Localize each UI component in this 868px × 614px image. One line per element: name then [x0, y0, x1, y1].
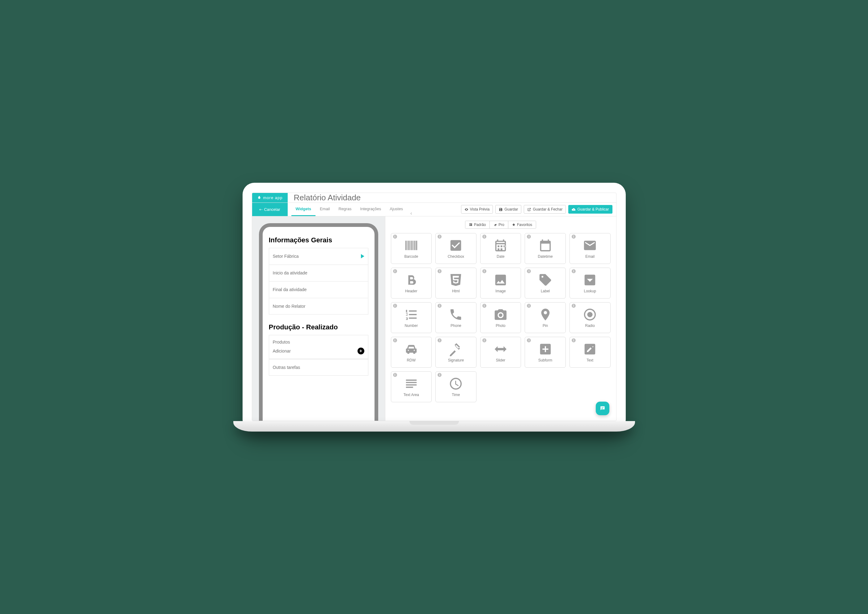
html5-icon: [449, 273, 463, 287]
info-icon[interactable]: i: [437, 304, 442, 308]
info-icon[interactable]: i: [572, 235, 576, 239]
widget-signature[interactable]: i Signature: [436, 337, 476, 367]
export-icon: [527, 208, 531, 211]
widget-label-label: Label: [541, 289, 550, 293]
plus-circle-icon[interactable]: +: [358, 347, 364, 354]
widget-number-label: Number: [404, 324, 418, 328]
tag-icon: [538, 273, 552, 287]
topbar: more app Relatório Atividade: [252, 193, 616, 203]
tab-widgets[interactable]: Widgets: [291, 203, 316, 216]
widget-radio[interactable]: i Radio: [569, 302, 611, 333]
content-area: Informações Gerais Setor Fábrica Inicio …: [252, 216, 616, 421]
save-close-button[interactable]: Guardar & Fechar: [524, 205, 566, 214]
info-icon[interactable]: i: [527, 235, 531, 239]
chat-fab[interactable]: [596, 402, 609, 415]
field-final[interactable]: Final da atividade: [269, 281, 368, 298]
info-icon[interactable]: i: [572, 269, 576, 273]
info-icon[interactable]: i: [527, 269, 531, 273]
info-icon[interactable]: i: [393, 235, 397, 239]
tab-ajustes[interactable]: Ajustes: [385, 203, 407, 216]
widget-pin[interactable]: i Pin: [525, 302, 566, 333]
field-final-label: Final da atividade: [273, 287, 307, 292]
widget-subform[interactable]: i Subform: [525, 337, 566, 367]
widget-date[interactable]: i Date: [480, 233, 521, 264]
widget-datetime[interactable]: i Datetime: [525, 233, 566, 264]
widget-phone[interactable]: i Phone: [436, 302, 476, 333]
info-icon[interactable]: i: [482, 304, 486, 308]
tab-bar: Widgets Email Regras Integrações Ajustes…: [288, 203, 419, 216]
info-icon[interactable]: i: [437, 338, 442, 342]
brand-logo: more app: [252, 193, 288, 203]
tab-widgets-label: Widgets: [296, 206, 311, 211]
field-nome-relator[interactable]: Nome do Relator: [269, 298, 368, 315]
info-icon[interactable]: i: [393, 373, 397, 377]
widget-html[interactable]: i Html: [436, 268, 476, 299]
info-icon[interactable]: i: [393, 338, 397, 342]
filter-padrao[interactable]: Padrão: [465, 221, 490, 228]
save-button[interactable]: Guardar: [495, 205, 521, 214]
info-icon[interactable]: i: [482, 235, 486, 239]
chat-icon: [599, 405, 606, 411]
info-icon[interactable]: i: [527, 338, 531, 342]
info-icon[interactable]: i: [572, 304, 576, 308]
info-icon[interactable]: i: [527, 304, 531, 308]
preview-button[interactable]: Vista Prévia: [461, 205, 493, 214]
title-area: Relatório Atividade: [288, 193, 616, 203]
align-left-icon: [404, 377, 418, 391]
save-publish-button[interactable]: Guardar & Publicar: [568, 205, 612, 214]
field-setor-fabrica[interactable]: Setor Fábrica: [269, 248, 368, 265]
widget-lookup-label: Lookup: [584, 289, 596, 293]
widget-checkbox[interactable]: i Checkbox: [436, 233, 476, 264]
radio-icon: [583, 307, 597, 322]
widget-pin-label: Pin: [543, 324, 548, 328]
widget-lookup[interactable]: i Lookup: [569, 268, 611, 299]
widget-image-label: Image: [495, 289, 506, 293]
cloud-upload-icon: [572, 208, 576, 211]
laptop-base: [233, 421, 635, 431]
tab-regras-label: Regras: [338, 206, 352, 211]
tabs-more-arrow[interactable]: ‹: [407, 211, 415, 216]
eye-icon: [464, 208, 468, 211]
info-icon[interactable]: i: [482, 269, 486, 273]
info-icon[interactable]: i: [572, 338, 576, 342]
widget-time[interactable]: i Time: [436, 371, 476, 402]
filter-favoritos[interactable]: Favoritos: [508, 221, 536, 228]
widget-barcode-label: Barcode: [404, 254, 418, 259]
cancel-button[interactable]: ⇠ Cancelar: [252, 203, 288, 216]
widget-text[interactable]: i Text: [569, 337, 611, 367]
logo-icon: [257, 195, 261, 200]
widget-header-label: Header: [405, 289, 417, 293]
widget-photo[interactable]: i Photo: [480, 302, 521, 333]
widget-email[interactable]: i Email: [569, 233, 611, 264]
info-icon[interactable]: i: [437, 373, 442, 377]
info-icon[interactable]: i: [482, 338, 486, 342]
field-setor-fabrica-label: Setor Fábrica: [273, 254, 299, 259]
info-icon[interactable]: i: [437, 235, 442, 239]
caret-right-icon: [361, 254, 364, 258]
section-title-1: Informações Gerais: [269, 236, 368, 244]
widget-image[interactable]: i Image: [480, 268, 521, 299]
widget-header[interactable]: i Header: [391, 268, 432, 299]
info-icon[interactable]: i: [393, 269, 397, 273]
widget-textarea[interactable]: i Text Area: [391, 371, 432, 402]
field-produtos[interactable]: Produtos Adicionar +: [269, 335, 368, 359]
info-icon[interactable]: i: [437, 269, 442, 273]
field-outras-tarefas[interactable]: Outras tarefas: [269, 359, 368, 376]
phone-icon: [449, 307, 463, 322]
arrow-left-icon: ⇠: [259, 207, 263, 212]
widget-label[interactable]: i Label: [525, 268, 566, 299]
tab-email[interactable]: Email: [316, 203, 334, 216]
filter-pro[interactable]: Pro: [490, 221, 508, 228]
laptop-frame: more app Relatório Atividade ⇠ Cancelar …: [243, 183, 626, 431]
save-label: Guardar: [504, 207, 518, 211]
widget-number[interactable]: i Number: [391, 302, 432, 333]
info-icon[interactable]: i: [393, 304, 397, 308]
widget-email-label: Email: [585, 254, 594, 259]
field-inicio[interactable]: Inicio da atividade: [269, 265, 368, 281]
tab-integracoes[interactable]: Integrações: [356, 203, 385, 216]
widget-barcode[interactable]: i Barcode: [391, 233, 432, 264]
cancel-label: Cancelar: [264, 207, 280, 212]
widget-slider[interactable]: i Slider: [480, 337, 521, 367]
tab-regras[interactable]: Regras: [334, 203, 356, 216]
widget-rdw[interactable]: i RDW: [391, 337, 432, 367]
